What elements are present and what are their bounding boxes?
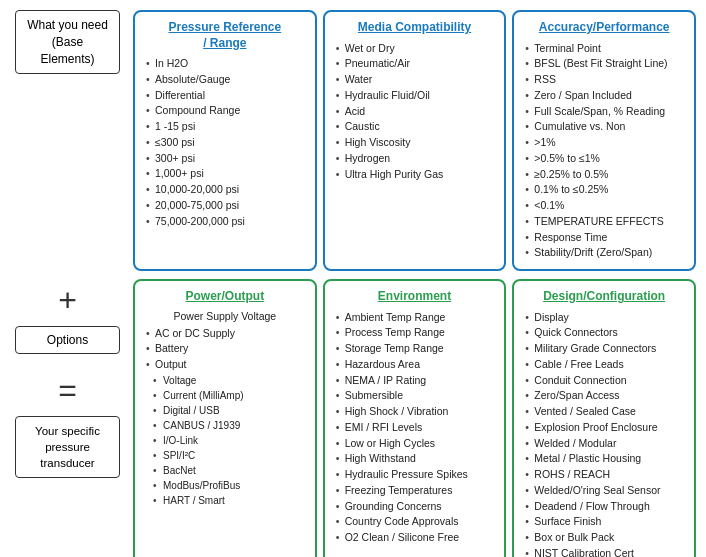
list-item: High Withstand (335, 451, 495, 467)
top-cards: Pressure Reference/ Range In H2O Absolut… (133, 10, 696, 271)
result-label: Your specificpressure transducer (15, 416, 120, 478)
list-item: Differential (145, 88, 305, 104)
list-item: Hydraulic Fluid/Oil (335, 88, 495, 104)
list-item: Current (MilliAmp) (145, 388, 305, 403)
environment-title: Environment (335, 289, 495, 305)
list-item: Surface Finish (524, 514, 684, 530)
design-configuration-card: Design/Configuration Display Quick Conne… (512, 279, 696, 557)
list-item: Grounding Concerns (335, 499, 495, 515)
list-item: Display (524, 310, 684, 326)
media-compatibility-title: Media Compatibility (335, 20, 495, 36)
list-item: Deadend / Flow Through (524, 499, 684, 515)
list-item: 75,000-200,000 psi (145, 214, 305, 230)
design-configuration-title: Design/Configuration (524, 289, 684, 305)
list-item: ROHS / REACH (524, 467, 684, 483)
list-item: ≥0.25% to 0.5% (524, 167, 684, 183)
list-item: I/O-Link (145, 433, 305, 448)
list-item: 1 -15 psi (145, 119, 305, 135)
list-item: Zero/Span Access (524, 388, 684, 404)
options-label: Options (15, 326, 120, 354)
environment-card: Environment Ambient Temp Range Process T… (323, 279, 507, 557)
bottom-cards: Power/Output Power Supply Voltage AC or … (133, 279, 696, 557)
accuracy-performance-list: Terminal Point BFSL (Best Fit Straight L… (524, 41, 684, 262)
list-item: Submersible (335, 388, 495, 404)
list-item: TEMPERATURE EFFECTS (524, 214, 684, 230)
list-item: Pneumatic/Air (335, 56, 495, 72)
power-output-card: Power/Output Power Supply Voltage AC or … (133, 279, 317, 557)
list-item: Output (145, 357, 305, 373)
accuracy-performance-card: Accuracy/Performance Terminal Point BFSL… (512, 10, 696, 271)
list-item: Caustic (335, 119, 495, 135)
list-item: In H2O (145, 56, 305, 72)
list-item: ≤300 psi (145, 135, 305, 151)
pressure-reference-title: Pressure Reference/ Range (145, 20, 305, 51)
list-item: Quick Connectors (524, 325, 684, 341)
list-item: Zero / Span Included (524, 88, 684, 104)
list-item: BacNet (145, 463, 305, 478)
list-item: ModBus/ProfiBus (145, 478, 305, 493)
list-item: Absolute/Gauge (145, 72, 305, 88)
media-compatibility-card: Media Compatibility Wet or Dry Pneumatic… (323, 10, 507, 271)
list-item: Ambient Temp Range (335, 310, 495, 326)
list-item: Digital / USB (145, 403, 305, 418)
list-item: Response Time (524, 230, 684, 246)
list-item: Low or High Cycles (335, 436, 495, 452)
left-top-labels: What you need(Base Elements) (10, 10, 125, 74)
list-item: Welded/O'ring Seal Sensor (524, 483, 684, 499)
list-item: Box or Bulk Pack (524, 530, 684, 546)
list-item: Explosion Proof Enclosure (524, 420, 684, 436)
list-item: Compound Range (145, 103, 305, 119)
media-compatibility-list: Wet or Dry Pneumatic/Air Water Hydraulic… (335, 41, 495, 183)
environment-list: Ambient Temp Range Process Temp Range St… (335, 310, 495, 546)
list-item: NEMA / IP Rating (335, 373, 495, 389)
list-item: Wet or Dry (335, 41, 495, 57)
left-bottom-labels: + Options = Your specificpressure transd… (10, 279, 125, 478)
list-item: Ultra High Purity Gas (335, 167, 495, 183)
list-item: Stability/Drift (Zero/Span) (524, 245, 684, 261)
list-item: Welded / Modular (524, 436, 684, 452)
list-item: AC or DC Supply (145, 326, 305, 342)
list-item: Cumulative vs. Non (524, 119, 684, 135)
list-item: SPI/I²C (145, 448, 305, 463)
list-item: Metal / Plastic Housing (524, 451, 684, 467)
list-item: 0.1% to ≤0.25% (524, 182, 684, 198)
list-item: Hydraulic Pressure Spikes (335, 467, 495, 483)
list-item: 10,000-20,000 psi (145, 182, 305, 198)
bottom-row: + Options = Your specificpressure transd… (10, 279, 696, 557)
list-item: Military Grade Connectors (524, 341, 684, 357)
plus-symbol: + (58, 284, 77, 316)
list-item: Freezing Temperatures (335, 483, 495, 499)
base-elements-label: What you need(Base Elements) (15, 10, 120, 74)
list-item: <0.1% (524, 198, 684, 214)
equals-symbol: = (58, 374, 77, 406)
list-item: O2 Clean / Silicone Free (335, 530, 495, 546)
list-item: NIST Calibration Cert (524, 546, 684, 557)
power-supply-subtitle: Power Supply Voltage (145, 310, 305, 322)
list-item: 300+ psi (145, 151, 305, 167)
list-item: 1,000+ psi (145, 166, 305, 182)
list-item: HART / Smart (145, 493, 305, 508)
list-item: High Viscosity (335, 135, 495, 151)
list-item: RSS (524, 72, 684, 88)
design-configuration-list: Display Quick Connectors Military Grade … (524, 310, 684, 557)
power-output-title: Power/Output (145, 289, 305, 305)
list-item: Full Scale/Span, % Reading (524, 104, 684, 120)
list-item: BFSL (Best Fit Straight Line) (524, 56, 684, 72)
list-item: >0.5% to ≤1% (524, 151, 684, 167)
power-output-list: AC or DC Supply Battery Output Voltage C… (145, 326, 305, 508)
list-item: Hydrogen (335, 151, 495, 167)
list-item: Storage Temp Range (335, 341, 495, 357)
list-item: Voltage (145, 373, 305, 388)
list-item: Hazardous Area (335, 357, 495, 373)
list-item: Vented / Sealed Case (524, 404, 684, 420)
list-item: High Shock / Vibration (335, 404, 495, 420)
list-item: Process Temp Range (335, 325, 495, 341)
list-item: Conduit Connection (524, 373, 684, 389)
list-item: 20,000-75,000 psi (145, 198, 305, 214)
list-item: EMI / RFI Levels (335, 420, 495, 436)
page: What you need(Base Elements) Pressure Re… (0, 0, 706, 557)
list-item: >1% (524, 135, 684, 151)
list-item: Terminal Point (524, 41, 684, 57)
list-item: Water (335, 72, 495, 88)
accuracy-performance-title: Accuracy/Performance (524, 20, 684, 36)
